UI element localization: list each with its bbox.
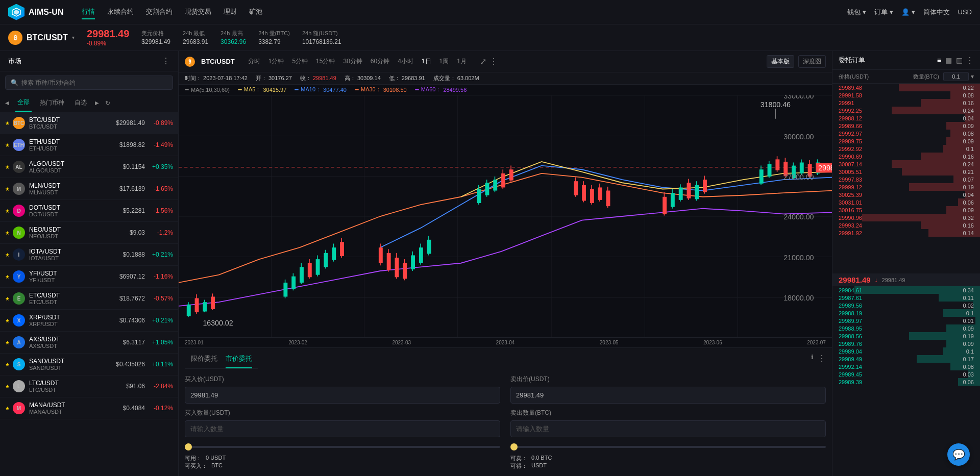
- nav-delivery[interactable]: 交割合约: [146, 5, 173, 19]
- ob-sell-row[interactable]: 29993.24 0.16: [832, 221, 980, 229]
- buy-slider[interactable]: [185, 446, 500, 448]
- market-tab-all[interactable]: 全部: [15, 94, 32, 112]
- ob-sell-row[interactable]: 29990.69 0.16: [832, 153, 980, 160]
- market-item-ETC-USDT[interactable]: ★ E ETC/USDT ETC/USDT $18.7672 -0.57%: [0, 288, 178, 310]
- market-item-BTC-USDT[interactable]: ★ BTC BTC/USDT BTC/USDT $29981.49 -0.89%: [0, 112, 178, 134]
- sell-slider[interactable]: [510, 446, 826, 448]
- ob-buy-row[interactable]: 29989.97 0.01: [832, 317, 980, 324]
- sell-price-input[interactable]: [510, 387, 826, 404]
- star-icon[interactable]: ★: [5, 362, 10, 367]
- currency-btn[interactable]: USD: [958, 8, 972, 16]
- ob-sell-row[interactable]: 29990.96 0.32: [832, 214, 980, 221]
- ticker-pair[interactable]: ₿ BTC/USDT ▾: [8, 31, 75, 45]
- market-item-YFI-USDT[interactable]: ★ Y YFI/USDT YFI/USDT $6907.12 -1.16%: [0, 266, 178, 288]
- market-item-NEO-USDT[interactable]: ★ N NEO/USDT NEO/USDT $9.03 -1.2%: [0, 222, 178, 244]
- market-item-LTC-USDT[interactable]: ★ L LTC/USDT LTC/USDT $91.06 -2.84%: [0, 375, 178, 397]
- chat-bubble[interactable]: 💬: [947, 443, 970, 466]
- star-icon[interactable]: ★: [5, 384, 10, 389]
- ob-sell-row[interactable]: 29991.58 0.08: [832, 91, 980, 99]
- chart-depth-btn[interactable]: 深度图: [798, 55, 826, 68]
- timeframe-btn-0[interactable]: 分时: [245, 56, 263, 67]
- ob-buy-row[interactable]: 29989.04 0.1: [832, 347, 980, 355]
- ob-buy-row[interactable]: 29988.19 0.1: [832, 309, 980, 317]
- timeframe-btn-5[interactable]: 60分钟: [368, 56, 393, 67]
- buy-price-input[interactable]: [185, 387, 500, 404]
- language-btn[interactable]: 简体中文: [923, 8, 950, 17]
- star-icon[interactable]: ★: [5, 274, 10, 280]
- market-item-XRP-USDT[interactable]: ★ X XRP/USDT XRP/USDT $0.74306 +0.21%: [0, 310, 178, 332]
- timeframe-btn-8[interactable]: 1周: [436, 56, 452, 67]
- nav-market[interactable]: 行情: [82, 5, 95, 19]
- ob-view-buys[interactable]: ▥: [955, 55, 964, 65]
- ob-sell-row[interactable]: 29989.66 0.09: [832, 122, 980, 130]
- star-icon[interactable]: ★: [5, 186, 10, 192]
- search-input[interactable]: [21, 79, 167, 86]
- ob-sell-row[interactable]: 29992.97 0.08: [832, 130, 980, 137]
- market-item-DOT-USDT[interactable]: ★ D DOT/USDT DOT/USDT $5.2281 -1.56%: [0, 200, 178, 222]
- ob-sell-row[interactable]: 30031.01 0.06: [832, 198, 980, 206]
- ob-buy-row[interactable]: 29989.49 0.17: [832, 355, 980, 363]
- timeframe-btn-3[interactable]: 15分钟: [313, 56, 338, 67]
- sell-amount-input[interactable]: [510, 420, 826, 437]
- star-icon[interactable]: ★: [5, 120, 10, 126]
- ob-sell-row[interactable]: 29989.75 0.09: [832, 137, 980, 145]
- ob-sell-row[interactable]: 29992.92 0.1: [832, 145, 980, 153]
- ob-view-combined[interactable]: ≡: [936, 55, 942, 65]
- order-tab-limit[interactable]: 限价委托: [191, 352, 217, 368]
- market-item-MLN-USDT[interactable]: ★ M MLN/USDT MLN/USDT $17.6139 -1.65%: [0, 178, 178, 200]
- market-item-MANA-USDT[interactable]: ★ M MANA/USDT MANA/USDT $0.4084 -0.12%: [0, 397, 178, 419]
- star-icon[interactable]: ★: [5, 142, 10, 148]
- ob-buy-row[interactable]: 29989.45 0.03: [832, 370, 980, 378]
- user-btn[interactable]: 👤 ▾: [901, 8, 915, 16]
- ob-amount-input[interactable]: [943, 72, 969, 81]
- order-info-icon[interactable]: ℹ: [811, 354, 814, 363]
- chart-expand-icon[interactable]: ⤢: [480, 57, 486, 66]
- star-icon[interactable]: ★: [5, 164, 10, 170]
- ob-buy-row[interactable]: 29989.76 0.09: [832, 340, 980, 347]
- star-icon[interactable]: ★: [5, 252, 10, 258]
- nav-spot[interactable]: 现货交易: [185, 5, 211, 19]
- market-item-SAND-USDT[interactable]: ★ S SAND/USDT SAND/USDT $0.435026 +0.11%: [0, 354, 178, 375]
- ob-buy-row[interactable]: 29988.56 0.19: [832, 332, 980, 340]
- ob-buy-row[interactable]: 29988.95 0.09: [832, 324, 980, 332]
- ob-buy-row[interactable]: 29984.61 0.34: [832, 286, 980, 294]
- orders-btn[interactable]: 订单 ▾: [874, 8, 893, 17]
- star-icon[interactable]: ★: [5, 318, 10, 323]
- ob-sell-row[interactable]: 29992.25 0.24: [832, 107, 980, 114]
- market-panel-menu[interactable]: ⋮: [162, 56, 170, 66]
- star-icon[interactable]: ★: [5, 340, 10, 345]
- refresh-icon[interactable]: ↻: [105, 99, 110, 107]
- ob-sell-row[interactable]: 29999.12 0.19: [832, 183, 980, 191]
- timeframe-btn-9[interactable]: 1月: [454, 56, 470, 67]
- timeframe-btn-4[interactable]: 30分钟: [340, 56, 365, 67]
- buy-amount-input[interactable]: [185, 420, 500, 437]
- market-item-ETH-USDT[interactable]: ★ ETH ETH/USDT ETH/USDT $1898.82 -1.49%: [0, 134, 178, 156]
- market-item-AXS-USDT[interactable]: ★ A AXS/USDT AXS/USDT $6.3117 +1.05%: [0, 332, 178, 354]
- ob-sell-row[interactable]: 30025.39 0.04: [832, 191, 980, 198]
- timeframe-btn-1[interactable]: 1分钟: [265, 56, 287, 67]
- ob-buy-row[interactable]: 29989.39 0.06: [832, 378, 980, 386]
- ob-menu[interactable]: ⋮: [966, 56, 974, 65]
- nav-perpetual[interactable]: 永续合约: [107, 5, 134, 19]
- ob-sell-row[interactable]: 29989.48 0.22: [832, 84, 980, 91]
- market-tab-favorites[interactable]: 自选: [72, 94, 89, 111]
- timeframe-btn-2[interactable]: 5分钟: [289, 56, 311, 67]
- ob-sell-row[interactable]: 30005.51 0.21: [832, 168, 980, 176]
- star-icon[interactable]: ★: [5, 208, 10, 214]
- timeframe-btn-6[interactable]: 4小时: [395, 56, 416, 67]
- ob-sell-row[interactable]: 30016.75 0.09: [832, 206, 980, 214]
- ob-sell-row[interactable]: 29991 0.16: [832, 99, 980, 107]
- star-icon[interactable]: ★: [5, 406, 10, 411]
- order-tab-market[interactable]: 市价委托: [226, 352, 252, 368]
- star-icon[interactable]: ★: [5, 296, 10, 302]
- market-item-IOTA-USDT[interactable]: ★ I IOTA/USDT IOTA/USDT $0.1888 +0.21%: [0, 244, 178, 266]
- ticker-dropdown-arrow[interactable]: ▾: [72, 35, 75, 40]
- wallet-btn[interactable]: 钱包 ▾: [847, 8, 866, 17]
- order-menu[interactable]: ⋮: [818, 354, 826, 363]
- ob-buy-row[interactable]: 29987.61 0.11: [832, 294, 980, 302]
- ob-sell-row[interactable]: 29997.83 0.07: [832, 176, 980, 183]
- ob-amount-dropdown[interactable]: ▾: [971, 73, 974, 80]
- market-tab-hot[interactable]: 热门币种: [38, 94, 66, 111]
- ob-sell-row[interactable]: 29988.12 0.04: [832, 114, 980, 122]
- nav-finance[interactable]: 理财: [224, 5, 237, 19]
